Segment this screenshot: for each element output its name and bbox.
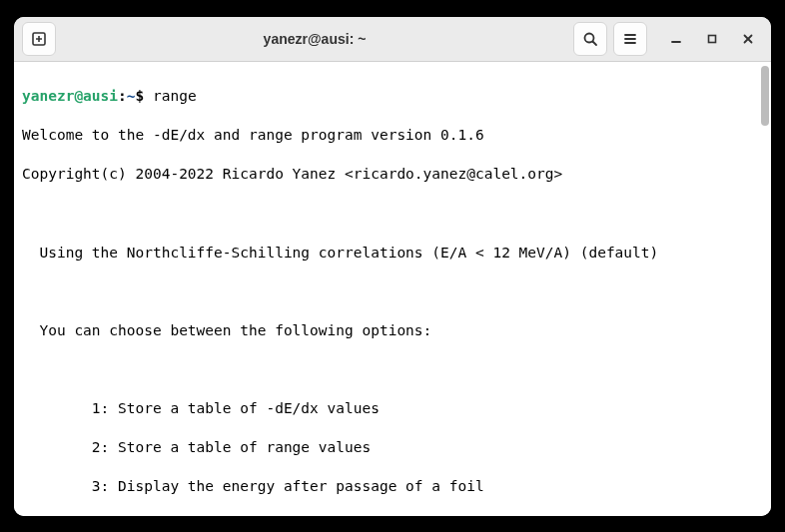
terminal-content[interactable]: yanezr@ausi:~$ range Welcome to the -dE/… (14, 62, 771, 516)
plus-box-icon (31, 31, 47, 47)
new-tab-button[interactable] (22, 22, 56, 56)
output-line: Using the Northcliffe-Schilling correlat… (22, 244, 763, 264)
prompt-user: yanezr@ausi (22, 88, 118, 104)
prompt-line: yanezr@ausi:~$ range (22, 87, 763, 107)
search-button[interactable] (573, 22, 607, 56)
output-line: Welcome to the -dE/dx and range program … (22, 126, 763, 146)
output-line: 2: Store a table of range values (22, 438, 763, 458)
svg-rect-9 (709, 35, 716, 42)
hamburger-icon (622, 31, 638, 47)
output-line: 1: Store a table of -dE/dx values (22, 399, 763, 419)
menu-button[interactable] (613, 22, 647, 56)
close-button[interactable] (733, 24, 763, 54)
prompt-path: ~ (127, 88, 136, 104)
terminal-window: yanezr@ausi: ~ yanezr@ausi:~$ range Welc… (14, 17, 771, 516)
output-line (22, 360, 763, 380)
minimize-button[interactable] (661, 24, 691, 54)
output-line (22, 204, 763, 224)
command-text: range (153, 88, 197, 104)
window-title: yanezr@ausi: ~ (62, 31, 567, 47)
maximize-button[interactable] (697, 24, 727, 54)
close-icon (742, 33, 754, 45)
output-line: You can choose between the following opt… (22, 321, 763, 341)
output-line: Copyright(c) 2004-2022 Ricardo Yanez <ri… (22, 165, 763, 185)
minimize-icon (670, 33, 682, 45)
output-line (22, 282, 763, 302)
titlebar: yanezr@ausi: ~ (14, 17, 771, 62)
search-icon (582, 31, 598, 47)
scrollbar-thumb[interactable] (761, 66, 769, 126)
output-line: 3: Display the energy after passage of a… (22, 477, 763, 497)
svg-line-4 (593, 41, 597, 45)
maximize-icon (706, 33, 718, 45)
